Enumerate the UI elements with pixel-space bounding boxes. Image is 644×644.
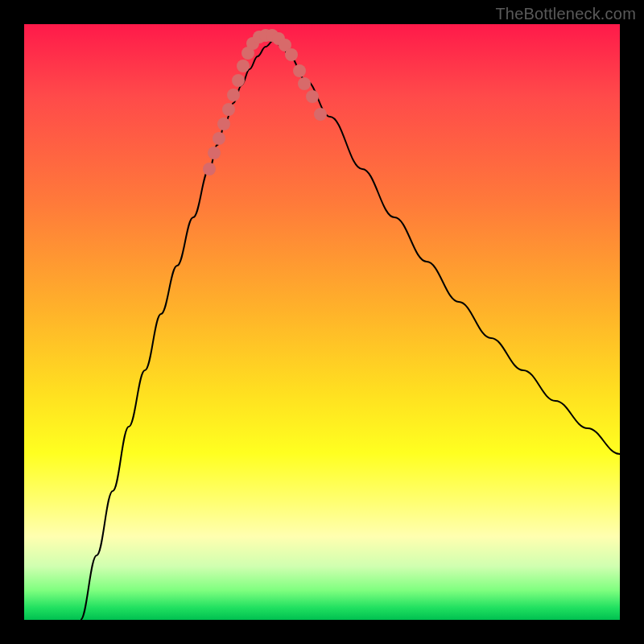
- highlight-dot: [222, 103, 235, 116]
- watermark-text: TheBottleneck.com: [495, 5, 636, 23]
- highlight-dot: [314, 108, 327, 121]
- chart-area: [24, 24, 620, 620]
- highlight-dot: [237, 60, 250, 72]
- highlight-dot: [203, 163, 216, 175]
- highlight-dot: [213, 132, 225, 145]
- highlight-dot: [232, 74, 245, 87]
- highlight-dot: [208, 147, 221, 159]
- highlight-dot: [306, 90, 319, 103]
- highlight-dot: [285, 48, 298, 61]
- curve-path: [80, 40, 620, 620]
- highlight-dot: [298, 77, 311, 90]
- highlight-dot: [293, 64, 306, 77]
- chart-svg: [24, 24, 620, 620]
- highlight-dot: [217, 118, 230, 130]
- highlight-dot: [227, 89, 240, 101]
